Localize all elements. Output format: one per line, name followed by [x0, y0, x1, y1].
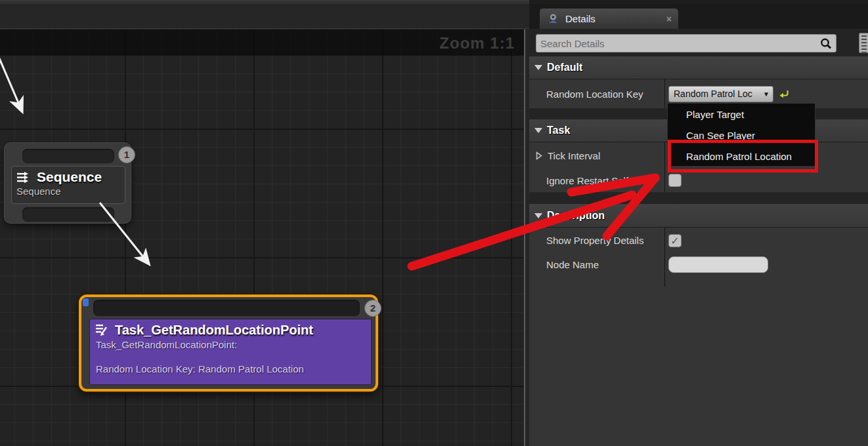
sequence-output-pin[interactable]	[22, 207, 114, 222]
zoom-level-label: Zoom 1:1	[439, 34, 515, 52]
random-location-key-dropdown[interactable]: Random Patrol Loc ▼	[668, 86, 773, 102]
tab-details-label: Details	[565, 13, 660, 24]
category-default[interactable]: Default	[529, 56, 868, 79]
task-node-desc: Task_GetRandomLocationPoint:	[90, 339, 371, 350]
category-expand-icon	[534, 213, 542, 218]
blackboard-key-dropdown-list: Player Target Can See Player Random Patr…	[667, 103, 815, 167]
search-icon	[819, 37, 833, 51]
node-name-input[interactable]	[668, 256, 768, 273]
dropdown-option-player-target[interactable]: Player Target	[668, 104, 815, 125]
task-icon	[95, 323, 110, 337]
task-node-body: Task_GetRandomLocationPoint Task_GetRand…	[89, 319, 372, 385]
category-expand-icon	[534, 65, 542, 70]
graph-panel: Zoom 1:1 1	[0, 4, 529, 446]
row-ignore-restart-self: Ignore Restart Self	[529, 169, 868, 192]
details-search-row	[529, 29, 868, 56]
ignore-restart-self-label: Ignore Restart Self	[529, 175, 664, 186]
details-panel: Details × Default Random Location Key	[529, 0, 868, 446]
search-details-box	[536, 34, 836, 52]
details-tab-icon	[548, 13, 559, 24]
graph-toolbar	[0, 4, 529, 29]
node-name-label: Node Name	[529, 259, 664, 270]
sequence-icon	[16, 172, 32, 183]
incoming-wire	[0, 54, 21, 109]
chevron-down-icon: ▼	[763, 91, 770, 98]
search-details-input[interactable]	[540, 35, 810, 51]
close-icon[interactable]: ×	[666, 14, 672, 24]
details-property-grid: Default Random Location Key Random Patro…	[529, 56, 868, 446]
task-node-key-line: Random Location Key: Random Patrol Locat…	[90, 363, 371, 375]
random-location-key-label: Random Location Key	[529, 89, 664, 100]
details-tab-bar: Details ×	[529, 4, 868, 29]
graph-canvas[interactable]: Zoom 1:1 1	[0, 30, 525, 446]
reset-to-default-icon[interactable]	[779, 89, 790, 100]
task-get-random-location-node[interactable]: 2 Task_GetRandomLocationPoint	[79, 294, 378, 392]
dropdown-option-can-see-player[interactable]: Can See Player	[668, 125, 815, 146]
task-order-badge: 2	[364, 300, 381, 317]
row-show-property-details: Show Property Details ✓	[529, 228, 868, 253]
details-empty-area	[529, 276, 868, 446]
category-expand-icon	[534, 128, 542, 133]
sequence-node-title: Sequence	[37, 169, 102, 185]
expander-icon[interactable]	[536, 152, 542, 160]
tick-interval-label: Tick Interval	[548, 150, 600, 161]
category-description[interactable]: Description	[529, 204, 868, 228]
graph-top-band: Zoom 1:1	[0, 30, 524, 56]
sequence-input-pin[interactable]	[22, 149, 114, 163]
task-input-pin[interactable]	[93, 300, 360, 316]
tab-details[interactable]: Details ×	[540, 9, 678, 29]
show-property-details-checkbox[interactable]: ✓	[668, 234, 682, 247]
row-node-name: Node Name	[529, 253, 868, 276]
show-property-details-label: Show Property Details	[529, 235, 664, 246]
behavior-tree-editor: Zoom 1:1 1	[0, 0, 868, 446]
sequence-node[interactable]: 1 Sequence Sequence	[4, 142, 131, 224]
task-node-title: Task_GetRandomLocationPoint	[115, 323, 313, 338]
view-options-icon[interactable]	[859, 33, 868, 53]
blue-marker-icon	[83, 298, 89, 306]
sequence-order-badge: 1	[118, 146, 135, 163]
dropdown-option-random-patrol-location[interactable]: Random Patrol Location	[668, 146, 815, 167]
sequence-node-body: Sequence Sequence	[11, 166, 125, 204]
sequence-node-subtitle: Sequence	[12, 185, 125, 197]
ignore-restart-self-checkbox[interactable]	[668, 174, 682, 187]
